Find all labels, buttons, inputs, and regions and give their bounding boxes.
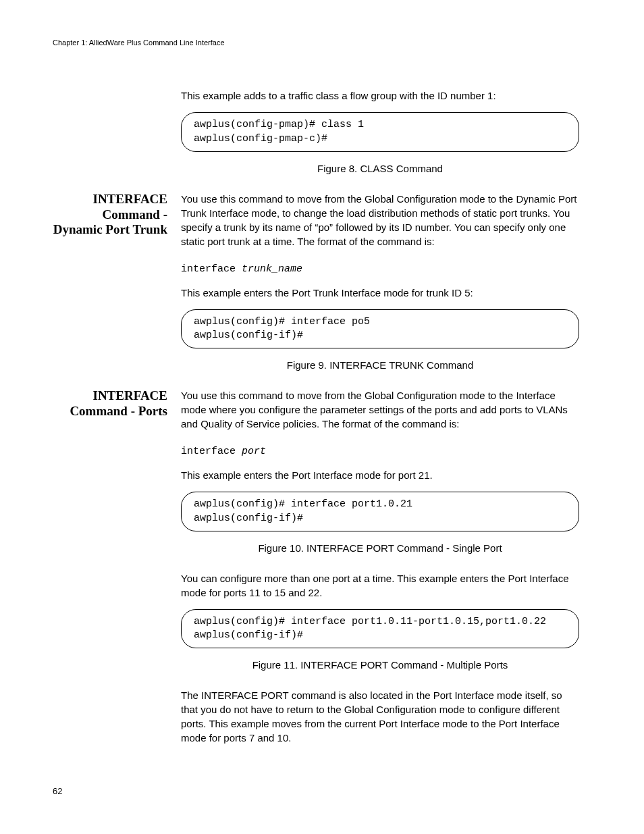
figure-9-caption: Figure 9. INTERFACE TRUNK Command — [181, 358, 579, 372]
figure-10-caption: Figure 10. INTERFACE PORT Command - Sing… — [181, 541, 579, 555]
figure-11-caption: Figure 11. INTERFACE PORT Command - Mult… — [181, 658, 579, 672]
page-number: 62 — [53, 785, 579, 798]
section2-para1: You use this command to move from the Gl… — [181, 388, 579, 431]
figure-8-caption: Figure 8. CLASS Command — [181, 161, 579, 176]
section2-para3: You can configure more than one port at … — [181, 571, 579, 600]
code-box-trunk: awplus(config)# interface po5 awplus(con… — [181, 309, 579, 349]
section-heading-dynamic-port-trunk: INTERFACE Command - Dynamic Port Trunk — [53, 192, 181, 238]
section1-command-syntax: interface trunk_name — [181, 262, 579, 276]
page-header: Chapter 1: AlliedWare Plus Command Line … — [53, 38, 579, 48]
section2-para4: The INTERFACE PORT command is also locat… — [181, 688, 579, 745]
code-box-single-port: awplus(config)# interface port1.0.21 awp… — [181, 492, 579, 531]
section2-command-syntax: interface port — [181, 444, 579, 459]
section1-para2: This example enters the Port Trunk Inter… — [181, 286, 579, 300]
section2-para2: This example enters the Port Interface m… — [181, 468, 579, 482]
code-box-class: awplus(config-pmap)# class 1 awplus(conf… — [181, 112, 579, 152]
code-box-multi-port: awplus(config)# interface port1.0.11-por… — [181, 609, 579, 649]
section-heading-ports: INTERFACE Command - Ports — [53, 388, 181, 419]
intro-paragraph: This example adds to a traffic class a f… — [181, 88, 579, 103]
section1-para1: You use this command to move from the Gl… — [181, 192, 579, 249]
